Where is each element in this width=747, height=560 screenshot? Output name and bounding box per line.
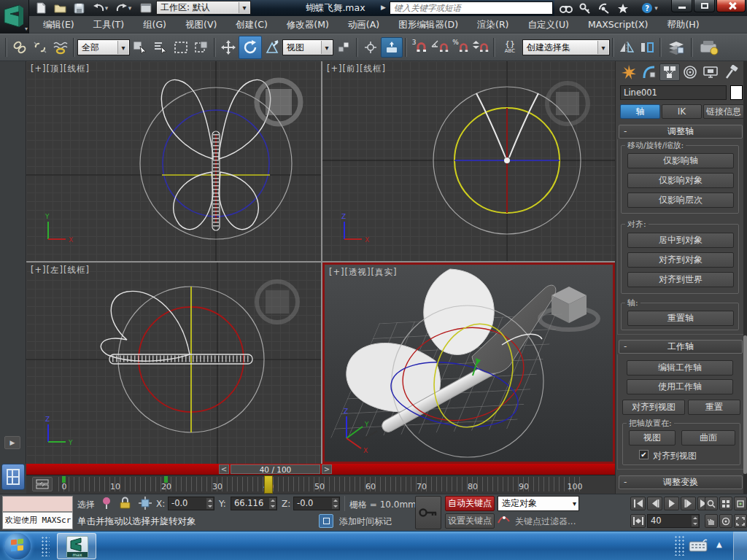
viewcube-top[interactable] — [257, 80, 301, 124]
taskbar-3dsmax-button[interactable]: max — [57, 533, 96, 559]
go-to-start-button[interactable] — [630, 497, 646, 510]
mini-curve-editor-button[interactable] — [32, 477, 53, 491]
key-filters-button[interactable]: 关键点过滤器... — [515, 516, 576, 528]
search-expand-icon[interactable]: ▶ — [381, 4, 386, 11]
menu-graph-editors[interactable]: 图形编辑器(D) — [389, 16, 468, 33]
align-view-checkbox-label[interactable]: 对齐到视图 — [653, 450, 697, 462]
named-selection-sets-dropdown[interactable]: 创建选择集 ▾ — [522, 39, 610, 55]
help-button[interactable]: ? ▾ — [638, 1, 662, 15]
orbit-button[interactable] — [719, 514, 732, 528]
menu-views[interactable]: 视图(V) — [176, 16, 226, 33]
align-to-world-button[interactable]: 对齐到世界 — [627, 272, 734, 287]
tab-utilities[interactable] — [721, 63, 741, 81]
key-mode-toggle-button[interactable] — [630, 514, 646, 528]
rectangular-selection-region-button[interactable] — [171, 36, 191, 58]
align-view-checkbox[interactable]: ✔ — [639, 450, 649, 459]
select-object-button[interactable] — [130, 36, 150, 58]
play-button[interactable] — [664, 497, 679, 510]
viewport-top[interactable]: [+][顶][线框] Y X — [26, 61, 321, 261]
percent-snap-toggle[interactable]: % — [450, 36, 471, 58]
z-coordinate-field[interactable]: -0.0 — [293, 497, 340, 510]
window-crossing-toggle[interactable] — [191, 36, 212, 58]
time-ruler[interactable]: 0 10 20 30 40 50 60 70 80 90 100 — [26, 475, 615, 494]
select-and-link-button[interactable] — [9, 36, 30, 58]
tray-show-hidden-icons[interactable]: ▲ — [716, 540, 722, 548]
auto-key-toggle[interactable]: 自动关键点 — [445, 496, 495, 511]
maxscript-macro-recorder[interactable] — [2, 496, 73, 512]
exchange-apps-button[interactable] — [595, 1, 613, 15]
coord-system-arrow[interactable]: ▾ — [321, 41, 332, 54]
angle-snap-toggle[interactable] — [430, 36, 450, 58]
set-keys-button[interactable] — [415, 496, 441, 529]
tab-motion[interactable] — [680, 63, 700, 81]
select-and-manipulate-button[interactable] — [360, 36, 381, 58]
undo-dropdown-arrow[interactable]: ▾ — [105, 4, 109, 12]
render-setup-button[interactable] — [695, 36, 723, 58]
viewport-left-label[interactable]: [+][左][线框] — [31, 265, 90, 276]
named-sets-arrow[interactable]: ▾ — [597, 41, 608, 54]
tab-display[interactable] — [700, 63, 721, 81]
set-key-toggle[interactable]: 设置关键点 — [445, 513, 495, 529]
x-coordinate-field[interactable]: -0.0 — [168, 497, 214, 510]
show-desktop-button[interactable] — [733, 532, 747, 560]
search-input[interactable] — [390, 1, 553, 15]
scene-explorer-expand-button[interactable]: ▶ — [4, 436, 20, 449]
select-and-move-button[interactable] — [218, 36, 239, 58]
working-pivot-rollout-header[interactable]: - 工作轴 — [619, 340, 743, 354]
search-button[interactable] — [557, 1, 575, 15]
communication-center-button[interactable] — [576, 1, 594, 15]
keyframe-marker-20[interactable] — [164, 476, 168, 483]
object-color-swatch[interactable] — [730, 85, 743, 100]
affect-hierarchy-only-button[interactable]: 仅影响层次 — [627, 192, 734, 208]
reset-pivot-button[interactable]: 重置轴 — [627, 311, 734, 326]
next-frame-playback-button[interactable] — [681, 497, 696, 510]
input-method-tray-icon[interactable] — [689, 539, 708, 552]
align-to-view-button[interactable]: 对齐到视图 — [622, 400, 685, 415]
next-frame-button[interactable]: > — [322, 464, 332, 474]
viewport-top-label[interactable]: [+][顶][线框] — [31, 63, 90, 74]
spinner-snap-toggle[interactable] — [471, 36, 491, 58]
add-time-tag[interactable]: 添加时间标记 — [339, 516, 392, 528]
viewport-perspective-label[interactable]: [+][透视][真实] — [329, 267, 398, 278]
application-menu-button[interactable]: ▾ — [0, 0, 29, 34]
redo-button[interactable]: ▾ — [112, 1, 134, 15]
select-and-rotate-button[interactable] — [239, 36, 262, 59]
panel-scrollbar[interactable] — [743, 61, 747, 494]
undo-button[interactable]: ▾ — [89, 1, 111, 15]
redo-dropdown-arrow[interactable]: ▾ — [128, 4, 132, 12]
affect-pivot-only-button[interactable]: 仅影响轴 — [627, 153, 734, 168]
place-view-button[interactable]: 视图 — [629, 430, 676, 446]
place-surface-button[interactable]: 曲面 — [681, 430, 735, 446]
selection-filter-dropdown[interactable]: 全部 ▾ — [77, 39, 130, 55]
tab-modify[interactable] — [639, 63, 659, 81]
menu-group[interactable]: 组(G) — [133, 16, 176, 33]
menu-help[interactable]: 帮助(H) — [657, 16, 708, 33]
selection-filter-arrow[interactable]: ▾ — [117, 41, 128, 54]
menu-modifiers[interactable]: 修改器(M) — [277, 16, 338, 33]
minimize-button[interactable] — [671, 0, 692, 12]
adjust-pivot-rollout-header[interactable]: - 调整轴 — [619, 125, 743, 139]
selection-lock-pin[interactable] — [101, 497, 114, 510]
track-bar[interactable]: < 40 / 100 > — [26, 464, 615, 475]
close-button[interactable] — [716, 0, 746, 12]
ik-subtab[interactable]: IK — [662, 104, 702, 119]
object-name-field[interactable]: Line001 — [620, 85, 727, 100]
save-file-button[interactable] — [70, 1, 88, 15]
favorites-button[interactable] — [614, 1, 632, 15]
edit-named-selection-sets-button[interactable]: {} ABC — [498, 36, 522, 58]
reference-coordinate-dropdown[interactable]: 视图 ▾ — [282, 39, 333, 55]
select-and-scale-button[interactable] — [262, 36, 282, 58]
workspace-button[interactable] — [137, 1, 155, 15]
x-spinner[interactable] — [206, 498, 213, 509]
align-button[interactable] — [637, 36, 657, 58]
zoom-all-button[interactable] — [719, 497, 732, 510]
align-to-object-button[interactable]: 对齐到对象 — [627, 252, 734, 268]
tab-create[interactable] — [619, 63, 639, 81]
menu-tools[interactable]: 工具(T) — [84, 16, 133, 33]
frame-spinner[interactable] — [692, 516, 698, 526]
zoom-button[interactable] — [705, 497, 718, 510]
affect-object-only-button[interactable]: 仅影响对象 — [627, 173, 734, 188]
mirror-button[interactable] — [616, 36, 637, 58]
time-slider[interactable] — [264, 475, 273, 494]
select-by-name-button[interactable] — [150, 36, 171, 58]
